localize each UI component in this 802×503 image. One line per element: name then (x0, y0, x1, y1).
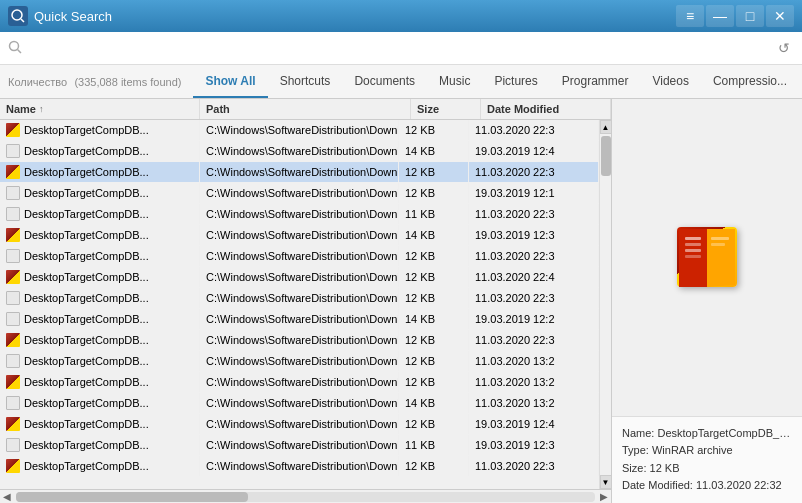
close-button[interactable]: ✕ (766, 5, 794, 27)
scroll-thumb[interactable] (601, 136, 611, 176)
cell-path: C:\Windows\SoftwareDistribution\Download… (200, 246, 399, 266)
cell-date: 11.03.2020 22:3 (469, 288, 599, 308)
file-icon (6, 144, 20, 158)
cell-size: 12 KB (399, 351, 469, 371)
history-button[interactable]: ↺ (774, 38, 794, 58)
column-path[interactable]: Path (200, 99, 411, 119)
table-row[interactable]: DesktopTargetCompDB... C:\Windows\Softwa… (0, 351, 599, 372)
cell-name: DesktopTargetCompDB... (0, 141, 200, 161)
cell-name: DesktopTargetCompDB... (0, 162, 200, 182)
cell-name: DesktopTargetCompDB... (0, 120, 200, 140)
tab-music[interactable]: Music (427, 65, 482, 98)
tab-programmer[interactable]: Programmer (550, 65, 641, 98)
cell-date: 11.03.2020 22:3 (469, 456, 599, 476)
cell-path: C:\Windows\SoftwareDistribution\Download… (200, 456, 399, 476)
file-icon (6, 438, 20, 452)
cell-size: 14 KB (399, 225, 469, 245)
hscroll-right-button[interactable]: ▶ (597, 490, 611, 504)
hscroll-thumb[interactable] (16, 492, 248, 502)
cell-size: 12 KB (399, 183, 469, 203)
column-date[interactable]: Date Modified (481, 99, 611, 119)
tab-compression[interactable]: Compressio... (701, 65, 799, 98)
cell-date: 19.03.2019 12:1 (469, 183, 599, 203)
cell-name: DesktopTargetCompDB... (0, 288, 200, 308)
file-icon (6, 249, 20, 263)
table-row[interactable]: DesktopTargetCompDB... C:\Windows\Softwa… (0, 162, 599, 183)
sort-icon-name: ↑ (39, 104, 44, 114)
cell-size: 12 KB (399, 414, 469, 434)
cell-date: 11.03.2020 13:2 (469, 372, 599, 392)
table-row[interactable]: DesktopTargetCompDB... C:\Windows\Softwa… (0, 246, 599, 267)
cell-size: 14 KB (399, 393, 469, 413)
table-row[interactable]: DesktopTargetCompDB... C:\Windows\Softwa… (0, 225, 599, 246)
rar-icon (6, 417, 20, 431)
table-row[interactable]: DesktopTargetCompDB... C:\Windows\Softwa… (0, 309, 599, 330)
preview-name: Name: DesktopTargetCompDB_c... (622, 425, 792, 443)
column-name[interactable]: Name ↑ (0, 99, 200, 119)
preview-info: Name: DesktopTargetCompDB_c... Type: Win… (612, 417, 802, 503)
file-icon (6, 207, 20, 221)
cell-path: C:\Windows\SoftwareDistribution\Download… (200, 288, 399, 308)
cell-date: 11.03.2020 13:2 (469, 393, 599, 413)
table-row[interactable]: DesktopTargetCompDB... C:\Windows\Softwa… (0, 393, 599, 414)
scroll-up-button[interactable]: ▲ (600, 120, 612, 134)
cell-path: C:\Windows\SoftwareDistribution\Download… (200, 435, 399, 455)
svg-point-2 (10, 41, 19, 50)
cell-size: 12 KB (399, 267, 469, 287)
rar-preview-icon (677, 227, 737, 287)
table-row[interactable]: DesktopTargetCompDB... C:\Windows\Softwa… (0, 183, 599, 204)
table-row[interactable]: DesktopTargetCompDB... C:\Windows\Softwa… (0, 288, 599, 309)
cell-size: 14 KB (399, 141, 469, 161)
file-icon (6, 186, 20, 200)
search-input[interactable] (28, 41, 768, 56)
cell-size: 12 KB (399, 120, 469, 140)
vertical-scrollbar[interactable]: ▲ ▼ (599, 120, 611, 489)
scroll-down-button[interactable]: ▼ (600, 475, 612, 489)
table-row[interactable]: DesktopTargetCompDB... C:\Windows\Softwa… (0, 330, 599, 351)
window-title: Quick Search (34, 9, 676, 24)
tab-documents[interactable]: Documents (342, 65, 427, 98)
cell-path: C:\Windows\SoftwareDistribution\Download… (200, 141, 399, 161)
hscroll-left-button[interactable]: ◀ (0, 490, 14, 504)
tab-videos[interactable]: Videos (640, 65, 700, 98)
cell-date: 11.03.2020 22:3 (469, 330, 599, 350)
preview-date: Date Modified: 11.03.2020 22:32 (622, 477, 792, 495)
cell-name: DesktopTargetCompDB... (0, 330, 200, 350)
cell-date: 11.03.2020 22:3 (469, 162, 599, 182)
tab-shortcuts[interactable]: Shortcuts (268, 65, 343, 98)
table-row[interactable]: DesktopTargetCompDB... C:\Windows\Softwa… (0, 456, 599, 477)
table-row[interactable]: DesktopTargetCompDB... C:\Windows\Softwa… (0, 267, 599, 288)
table-row[interactable]: DesktopTargetCompDB... C:\Windows\Softwa… (0, 120, 599, 141)
cell-path: C:\Windows\SoftwareDistribution\Download… (200, 330, 399, 350)
horizontal-scrollbar[interactable]: ◀ ▶ (0, 489, 611, 503)
cell-name: DesktopTargetCompDB... (0, 372, 200, 392)
rar-icon (6, 333, 20, 347)
rar-icon (6, 459, 20, 473)
table-row[interactable]: DesktopTargetCompDB... C:\Windows\Softwa… (0, 141, 599, 162)
cell-path: C:\Windows\SoftwareDistribution\Download… (200, 393, 399, 413)
svg-rect-8 (685, 255, 701, 258)
hamburger-button[interactable]: ≡ (676, 5, 704, 27)
table-row[interactable]: DesktopTargetCompDB... C:\Windows\Softwa… (0, 372, 599, 393)
cell-name: DesktopTargetCompDB... (0, 351, 200, 371)
svg-rect-7 (685, 249, 701, 252)
app-icon (8, 6, 28, 26)
file-icon (6, 291, 20, 305)
table-body[interactable]: DesktopTargetCompDB... C:\Windows\Softwa… (0, 120, 599, 489)
column-size[interactable]: Size (411, 99, 481, 119)
svg-point-0 (12, 10, 22, 20)
table-row[interactable]: DesktopTargetCompDB... C:\Windows\Softwa… (0, 204, 599, 225)
cell-name: DesktopTargetCompDB... (0, 204, 200, 224)
table-row[interactable]: DesktopTargetCompDB... C:\Windows\Softwa… (0, 414, 599, 435)
table-row[interactable]: DesktopTargetCompDB... C:\Windows\Softwa… (0, 435, 599, 456)
tab-show-all[interactable]: Show All (193, 65, 267, 98)
cell-name: DesktopTargetCompDB... (0, 225, 200, 245)
cell-size: 12 KB (399, 456, 469, 476)
minimize-button[interactable]: — (706, 5, 734, 27)
cell-name: DesktopTargetCompDB... (0, 435, 200, 455)
cell-size: 11 KB (399, 204, 469, 224)
preview-size: Size: 12 KB (622, 460, 792, 478)
svg-rect-6 (685, 243, 701, 246)
maximize-button[interactable]: □ (736, 5, 764, 27)
tab-pictures[interactable]: Pictures (482, 65, 549, 98)
